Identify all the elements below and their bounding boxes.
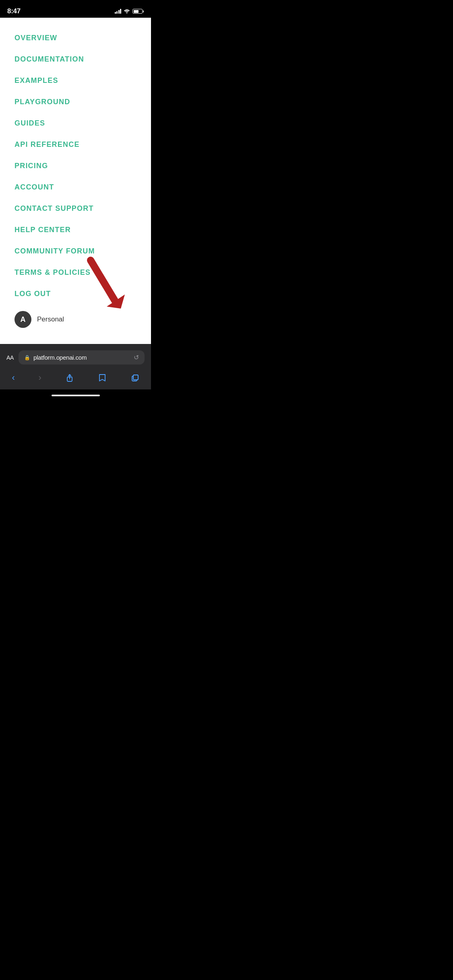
- nav-item-examples[interactable]: EXAMPLES: [0, 70, 151, 91]
- browser-bar: AA 🔒 platform.openai.com ↺: [0, 346, 151, 368]
- arrow-container: A Personal: [0, 305, 151, 334]
- nav-item-community-forum[interactable]: COMMUNITY FORUM: [0, 241, 151, 262]
- nav-item-label-account: ACCOUNT: [14, 183, 54, 191]
- nav-item-guides[interactable]: GUIDES: [0, 113, 151, 134]
- nav-item-label-help-center: HELP CENTER: [14, 226, 71, 234]
- nav-item-label-terms-policies: TERMS & POLICIES: [14, 268, 91, 276]
- status-bar: 8:47: [0, 0, 151, 18]
- nav-item-label-examples: EXAMPLES: [14, 76, 58, 84]
- url-text: platform.openai.com: [33, 354, 87, 361]
- nav-item-terms-policies[interactable]: TERMS & POLICIES: [0, 262, 151, 283]
- nav-item-help-center[interactable]: HELP CENTER: [0, 219, 151, 241]
- nav-item-label-api-reference: API REFERENCE: [14, 140, 80, 148]
- nav-list: OVERVIEWDOCUMENTATIONEXAMPLESPLAYGROUNDG…: [0, 27, 151, 305]
- nav-item-label-documentation: DOCUMENTATION: [14, 55, 84, 63]
- signal-icon: [115, 9, 122, 14]
- browser-bookmarks-button[interactable]: [91, 370, 114, 385]
- nav-item-pricing[interactable]: PRICING: [0, 155, 151, 177]
- browser-share-button[interactable]: [58, 370, 81, 385]
- browser-forward-button[interactable]: ›: [31, 369, 49, 386]
- nav-item-documentation[interactable]: DOCUMENTATION: [0, 49, 151, 70]
- browser-back-button[interactable]: ‹: [4, 369, 22, 386]
- svg-rect-5: [133, 375, 138, 380]
- nav-item-playground[interactable]: PLAYGROUND: [0, 91, 151, 113]
- browser-url-bar[interactable]: 🔒 platform.openai.com ↺: [19, 350, 145, 364]
- browser-aa-button[interactable]: AA: [6, 354, 14, 361]
- browser-tabs-button[interactable]: [123, 370, 147, 385]
- nav-item-log-out[interactable]: LOG OUT: [0, 283, 151, 305]
- status-time: 8:47: [7, 7, 21, 15]
- avatar: A: [14, 311, 31, 328]
- wifi-icon: [124, 8, 130, 14]
- battery-icon: [132, 9, 144, 14]
- status-icons: [115, 8, 144, 14]
- nav-item-label-contact-support: CONTACT SUPPORT: [14, 204, 94, 212]
- home-bar: [52, 395, 100, 396]
- home-indicator: [0, 389, 151, 401]
- nav-item-label-log-out: LOG OUT: [14, 290, 51, 298]
- main-content: OVERVIEWDOCUMENTATIONEXAMPLESPLAYGROUNDG…: [0, 18, 151, 344]
- nav-item-label-pricing: PRICING: [14, 162, 48, 170]
- nav-item-overview[interactable]: OVERVIEW: [0, 27, 151, 49]
- nav-item-account[interactable]: ACCOUNT: [0, 177, 151, 198]
- browser-nav: ‹ ›: [0, 368, 151, 389]
- nav-item-api-reference[interactable]: API REFERENCE: [0, 134, 151, 155]
- lock-icon: 🔒: [24, 355, 30, 360]
- nav-item-label-community-forum: COMMUNITY FORUM: [14, 247, 95, 255]
- nav-item-label-playground: PLAYGROUND: [14, 98, 70, 106]
- nav-item-label-overview: OVERVIEW: [14, 34, 57, 42]
- refresh-icon[interactable]: ↺: [134, 354, 139, 361]
- user-name: Personal: [37, 315, 64, 323]
- nav-item-contact-support[interactable]: CONTACT SUPPORT: [0, 198, 151, 219]
- nav-item-label-guides: GUIDES: [14, 119, 45, 127]
- user-section[interactable]: A Personal: [0, 305, 151, 334]
